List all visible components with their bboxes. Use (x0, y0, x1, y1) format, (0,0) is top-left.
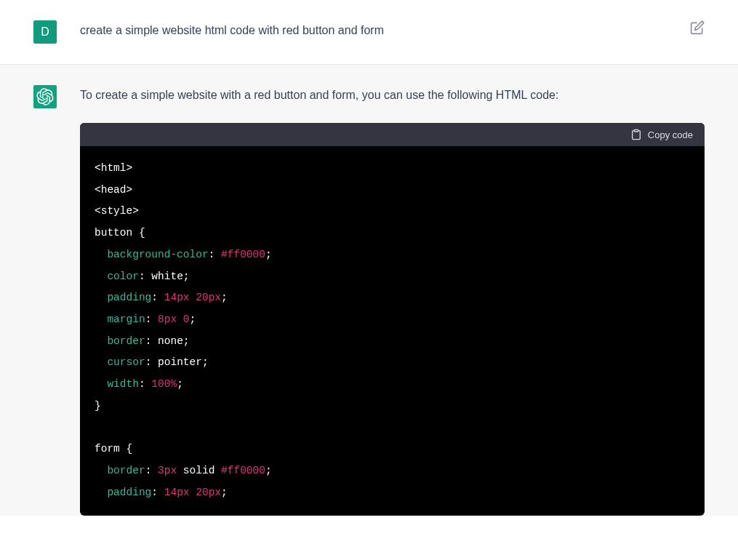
user-message-row: D create a simple website html code with… (0, 0, 738, 65)
code-body[interactable]: <html> <head> <style> button { backgroun… (80, 146, 705, 516)
edit-icon[interactable] (690, 20, 705, 35)
user-message-text: create a simple website html code with r… (80, 20, 705, 41)
assistant-message-text: To create a simple website with a red bu… (80, 85, 705, 105)
user-message-content: create a simple website html code with r… (80, 20, 705, 41)
assistant-avatar (33, 85, 57, 108)
assistant-message-content: To create a simple website with a red bu… (80, 85, 705, 516)
user-avatar-letter: D (41, 25, 49, 39)
copy-code-button[interactable]: Copy code (630, 129, 693, 140)
code-block-header: Copy code (80, 123, 705, 146)
clipboard-icon (630, 129, 642, 140)
copy-code-label: Copy code (648, 129, 693, 140)
user-avatar: D (33, 20, 57, 44)
svg-rect-0 (634, 129, 638, 132)
openai-logo-icon (36, 88, 54, 105)
code-block: Copy code <html> <head> <style> button {… (80, 123, 705, 516)
assistant-message-row: To create a simple website with a red bu… (0, 65, 738, 516)
